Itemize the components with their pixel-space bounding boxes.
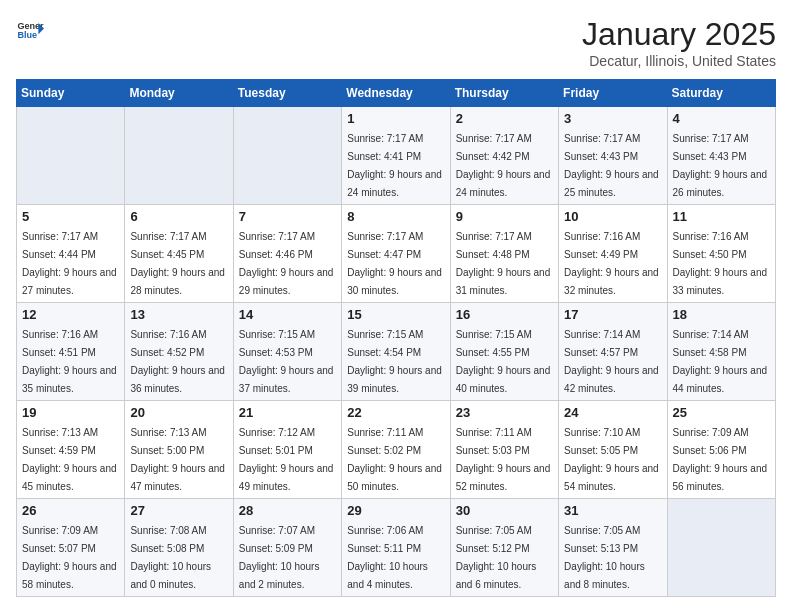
day-number: 4 [673, 111, 770, 126]
table-row: 30 Sunrise: 7:05 AMSunset: 5:12 PMDaylig… [450, 499, 558, 597]
day-info: Sunrise: 7:17 AMSunset: 4:46 PMDaylight:… [239, 231, 334, 296]
day-number: 15 [347, 307, 444, 322]
table-row: 18 Sunrise: 7:14 AMSunset: 4:58 PMDaylig… [667, 303, 775, 401]
day-info: Sunrise: 7:15 AMSunset: 4:54 PMDaylight:… [347, 329, 442, 394]
header: General Blue January 2025 Decatur, Illin… [16, 16, 776, 69]
day-number: 30 [456, 503, 553, 518]
table-row: 16 Sunrise: 7:15 AMSunset: 4:55 PMDaylig… [450, 303, 558, 401]
day-number: 22 [347, 405, 444, 420]
day-info: Sunrise: 7:16 AMSunset: 4:50 PMDaylight:… [673, 231, 768, 296]
day-number: 27 [130, 503, 227, 518]
table-row: 21 Sunrise: 7:12 AMSunset: 5:01 PMDaylig… [233, 401, 341, 499]
table-row: 24 Sunrise: 7:10 AMSunset: 5:05 PMDaylig… [559, 401, 667, 499]
day-number: 31 [564, 503, 661, 518]
day-number: 5 [22, 209, 119, 224]
table-row: 12 Sunrise: 7:16 AMSunset: 4:51 PMDaylig… [17, 303, 125, 401]
table-row: 3 Sunrise: 7:17 AMSunset: 4:43 PMDayligh… [559, 107, 667, 205]
header-sunday: Sunday [17, 80, 125, 107]
table-row: 29 Sunrise: 7:06 AMSunset: 5:11 PMDaylig… [342, 499, 450, 597]
day-info: Sunrise: 7:08 AMSunset: 5:08 PMDaylight:… [130, 525, 211, 590]
table-row: 7 Sunrise: 7:17 AMSunset: 4:46 PMDayligh… [233, 205, 341, 303]
day-number: 19 [22, 405, 119, 420]
day-number: 14 [239, 307, 336, 322]
header-wednesday: Wednesday [342, 80, 450, 107]
table-row: 9 Sunrise: 7:17 AMSunset: 4:48 PMDayligh… [450, 205, 558, 303]
header-thursday: Thursday [450, 80, 558, 107]
day-number: 21 [239, 405, 336, 420]
table-row: 8 Sunrise: 7:17 AMSunset: 4:47 PMDayligh… [342, 205, 450, 303]
table-row: 10 Sunrise: 7:16 AMSunset: 4:49 PMDaylig… [559, 205, 667, 303]
day-info: Sunrise: 7:10 AMSunset: 5:05 PMDaylight:… [564, 427, 659, 492]
table-row: 15 Sunrise: 7:15 AMSunset: 4:54 PMDaylig… [342, 303, 450, 401]
header-tuesday: Tuesday [233, 80, 341, 107]
day-number: 13 [130, 307, 227, 322]
table-row: 13 Sunrise: 7:16 AMSunset: 4:52 PMDaylig… [125, 303, 233, 401]
day-number: 10 [564, 209, 661, 224]
day-number: 9 [456, 209, 553, 224]
day-info: Sunrise: 7:05 AMSunset: 5:13 PMDaylight:… [564, 525, 645, 590]
day-number: 25 [673, 405, 770, 420]
table-row: 23 Sunrise: 7:11 AMSunset: 5:03 PMDaylig… [450, 401, 558, 499]
month-title: January 2025 [582, 16, 776, 53]
day-info: Sunrise: 7:14 AMSunset: 4:57 PMDaylight:… [564, 329, 659, 394]
title-area: January 2025 Decatur, Illinois, United S… [582, 16, 776, 69]
day-info: Sunrise: 7:17 AMSunset: 4:41 PMDaylight:… [347, 133, 442, 198]
table-row: 1 Sunrise: 7:17 AMSunset: 4:41 PMDayligh… [342, 107, 450, 205]
day-number: 28 [239, 503, 336, 518]
header-saturday: Saturday [667, 80, 775, 107]
day-number: 11 [673, 209, 770, 224]
table-row [125, 107, 233, 205]
day-number: 7 [239, 209, 336, 224]
day-number: 12 [22, 307, 119, 322]
table-row [667, 499, 775, 597]
day-info: Sunrise: 7:16 AMSunset: 4:49 PMDaylight:… [564, 231, 659, 296]
day-info: Sunrise: 7:09 AMSunset: 5:06 PMDaylight:… [673, 427, 768, 492]
day-info: Sunrise: 7:17 AMSunset: 4:42 PMDaylight:… [456, 133, 551, 198]
day-info: Sunrise: 7:17 AMSunset: 4:43 PMDaylight:… [564, 133, 659, 198]
day-number: 2 [456, 111, 553, 126]
day-info: Sunrise: 7:17 AMSunset: 4:45 PMDaylight:… [130, 231, 225, 296]
table-row: 11 Sunrise: 7:16 AMSunset: 4:50 PMDaylig… [667, 205, 775, 303]
day-number: 16 [456, 307, 553, 322]
table-row: 4 Sunrise: 7:17 AMSunset: 4:43 PMDayligh… [667, 107, 775, 205]
table-row [233, 107, 341, 205]
day-info: Sunrise: 7:17 AMSunset: 4:44 PMDaylight:… [22, 231, 117, 296]
day-info: Sunrise: 7:15 AMSunset: 4:53 PMDaylight:… [239, 329, 334, 394]
day-info: Sunrise: 7:13 AMSunset: 5:00 PMDaylight:… [130, 427, 225, 492]
svg-text:Blue: Blue [17, 30, 37, 40]
day-info: Sunrise: 7:07 AMSunset: 5:09 PMDaylight:… [239, 525, 320, 590]
table-row: 2 Sunrise: 7:17 AMSunset: 4:42 PMDayligh… [450, 107, 558, 205]
day-number: 17 [564, 307, 661, 322]
calendar-header: Sunday Monday Tuesday Wednesday Thursday… [17, 80, 776, 107]
day-info: Sunrise: 7:14 AMSunset: 4:58 PMDaylight:… [673, 329, 768, 394]
table-row: 28 Sunrise: 7:07 AMSunset: 5:09 PMDaylig… [233, 499, 341, 597]
table-row: 25 Sunrise: 7:09 AMSunset: 5:06 PMDaylig… [667, 401, 775, 499]
day-info: Sunrise: 7:17 AMSunset: 4:48 PMDaylight:… [456, 231, 551, 296]
table-row [17, 107, 125, 205]
calendar-table: Sunday Monday Tuesday Wednesday Thursday… [16, 79, 776, 597]
day-number: 18 [673, 307, 770, 322]
day-number: 20 [130, 405, 227, 420]
day-info: Sunrise: 7:06 AMSunset: 5:11 PMDaylight:… [347, 525, 428, 590]
day-info: Sunrise: 7:16 AMSunset: 4:52 PMDaylight:… [130, 329, 225, 394]
day-info: Sunrise: 7:17 AMSunset: 4:47 PMDaylight:… [347, 231, 442, 296]
day-number: 23 [456, 405, 553, 420]
table-row: 22 Sunrise: 7:11 AMSunset: 5:02 PMDaylig… [342, 401, 450, 499]
day-info: Sunrise: 7:16 AMSunset: 4:51 PMDaylight:… [22, 329, 117, 394]
day-number: 1 [347, 111, 444, 126]
day-info: Sunrise: 7:13 AMSunset: 4:59 PMDaylight:… [22, 427, 117, 492]
day-info: Sunrise: 7:15 AMSunset: 4:55 PMDaylight:… [456, 329, 551, 394]
day-info: Sunrise: 7:11 AMSunset: 5:03 PMDaylight:… [456, 427, 551, 492]
day-number: 24 [564, 405, 661, 420]
table-row: 17 Sunrise: 7:14 AMSunset: 4:57 PMDaylig… [559, 303, 667, 401]
day-number: 26 [22, 503, 119, 518]
table-row: 26 Sunrise: 7:09 AMSunset: 5:07 PMDaylig… [17, 499, 125, 597]
day-info: Sunrise: 7:11 AMSunset: 5:02 PMDaylight:… [347, 427, 442, 492]
table-row: 20 Sunrise: 7:13 AMSunset: 5:00 PMDaylig… [125, 401, 233, 499]
logo: General Blue [16, 16, 44, 44]
day-number: 8 [347, 209, 444, 224]
header-monday: Monday [125, 80, 233, 107]
day-number: 3 [564, 111, 661, 126]
day-info: Sunrise: 7:12 AMSunset: 5:01 PMDaylight:… [239, 427, 334, 492]
location-title: Decatur, Illinois, United States [582, 53, 776, 69]
